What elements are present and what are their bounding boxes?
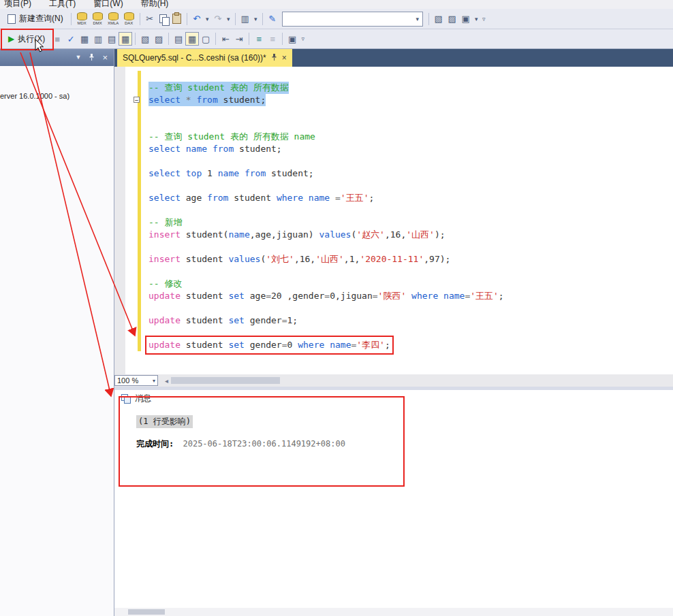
execute-label: 执行(X) [18,33,45,45]
new-query-label: 新建查询(N) [19,13,63,25]
messages-horizontal-scrollbar[interactable] [114,608,673,616]
execute-button[interactable]: ▶ 执行(X) [3,31,50,47]
editor-indicator-margin[interactable] [114,67,125,374]
pin-glyph [271,53,277,61]
analysis-query-dax-button[interactable]: DAX [121,12,137,26]
document-tab[interactable]: SQLQuery5.sql - C...S.ceshi (sa (160))* … [117,49,292,67]
code-line[interactable] [148,118,504,131]
code-lines: -- 查询 student 表的 所有数据select * from stude… [148,82,504,351]
sql-editor[interactable]: -- 查询 student 表的 所有数据select * from stude… [114,67,673,374]
code-line[interactable]: -- 查询 student 表的 所有数据 [148,82,504,94]
analysis-query-mdx-button[interactable]: MDX [74,12,90,26]
object-explorer-panel: ▼ × erver 16.0.1000 - sa) [0,49,114,616]
code-line[interactable]: insert student values('刘七',16,'山西',1,'20… [148,253,504,265]
toolbar-separator [71,13,72,25]
pen-icon[interactable]: ✎ [266,12,279,26]
script-dropdown-icon[interactable]: ▾ [252,12,260,26]
undo-dropdown-icon[interactable]: ▾ [204,12,211,26]
database-cylinder-icon [124,12,134,20]
change-tracking-bar [138,71,141,351]
pin-icon[interactable] [89,53,95,63]
new-query-button[interactable]: 新建查询(N) [3,11,68,27]
redo-icon[interactable]: ↷ [211,12,225,26]
panel-menu-icon[interactable]: ▼ [75,54,81,61]
pin-icon[interactable] [271,53,277,63]
wrench-icon[interactable]: ▨ [445,12,459,26]
template-parameters-icon[interactable]: ▧ [138,32,152,46]
combobox-caret-icon[interactable]: ▾ [413,12,422,26]
object-explorer-titlebar: ▼ × [0,49,114,66]
completion-timestamp: 2025-06-18T23:00:06.1149192+08:00 [183,439,345,449]
code-line[interactable]: -- 修改 [148,278,504,290]
doc-arrow-icon[interactable]: ▧ [432,12,445,26]
execute-play-icon: ▶ [8,34,14,44]
zoom-combobox[interactable]: 100 % ▾ [114,375,158,386]
window-icon[interactable]: ▣ [459,12,473,26]
analysis-query-xmla-button[interactable]: XMLA [106,12,121,26]
indent-icon[interactable]: ⇥ [232,32,246,46]
code-line[interactable] [148,302,504,314]
paste-icon[interactable] [170,12,184,26]
design-query-icon[interactable]: ▨ [152,32,166,46]
code-line[interactable]: select top 1 name from student; [148,167,504,180]
cancel-query-icon[interactable]: ■ [50,32,64,46]
results-to-text-icon[interactable]: ▤ [172,32,185,46]
intellisense-icon[interactable]: ▦ [119,32,132,46]
comment-icon[interactable]: ≡ [252,32,266,46]
fold-collapse-icon[interactable]: − [134,97,140,103]
database-cylinder-icon [108,12,119,20]
copy-icon[interactable] [157,12,170,26]
messages-header[interactable]: 消息 [121,393,151,404]
code-line[interactable] [148,327,504,339]
menu-item-window[interactable]: 窗口(W) [93,0,123,9]
server-node-label[interactable]: erver 16.0.1000 - sa) [0,92,69,100]
uncomment-icon[interactable]: ≡ [266,32,279,46]
toolbar-overflow-icon[interactable]: ▿ [480,12,488,26]
code-line[interactable]: -- 查询 student 表的 所有数据 name [148,131,504,143]
analysis-query-dmx-button[interactable]: DMX [90,12,106,26]
object-explorer-body[interactable]: erver 16.0.1000 - sa) [0,66,114,616]
code-line[interactable] [148,106,504,118]
sqlcmd-mode-icon[interactable]: ▣ [285,32,299,46]
query-toolbar-overflow-icon[interactable]: ▿ [299,32,307,46]
script-icon[interactable]: ▥ [238,12,252,26]
cut-icon[interactable]: ✂ [143,12,157,26]
menu-item-tools[interactable]: 工具(T) [49,0,76,9]
code-line[interactable] [148,265,504,278]
code-line[interactable]: update student set gender=1; [148,314,504,327]
results-to-grid-icon[interactable]: ▦ [185,32,199,46]
code-line[interactable]: select age from student where name ='王五'… [148,192,504,204]
estimated-plan-icon[interactable]: ▦ [78,32,91,46]
code-line[interactable] [148,180,504,192]
code-line[interactable]: select * from student;− [148,94,504,106]
scrollbar-thumb[interactable] [171,377,280,384]
code-line[interactable] [148,241,504,253]
menu-item-help[interactable]: 帮助(H) [141,0,169,9]
code-line[interactable] [148,155,504,167]
menu-item-project[interactable]: 项目(P) [4,0,31,9]
code-line[interactable]: update student set gender=0 where name='… [148,339,504,351]
close-icon[interactable]: × [102,53,108,62]
outdent-icon[interactable]: ⇤ [219,32,232,46]
code-line[interactable]: update student set age=20 ,gender=0,jigu… [148,290,504,302]
code-line[interactable]: insert student(name,age,jiguan) values('… [148,229,504,241]
code-line[interactable]: -- 新增 [148,216,504,229]
parse-icon[interactable]: ✓ [64,32,78,46]
zoom-caret-icon[interactable]: ▾ [153,378,155,384]
results-to-file-icon[interactable]: ▢ [199,32,213,46]
toolbar-separator [140,13,140,25]
window-dropdown-icon[interactable]: ▾ [473,12,480,26]
query-options-icon[interactable]: ▤ [105,32,119,46]
code-line[interactable] [148,204,504,216]
menu-bar: 项目(P) 工具(T) 窗口(W) 帮助(H) [0,0,673,9]
redo-dropdown-icon[interactable]: ▾ [225,12,232,26]
tab-close-icon[interactable]: × [282,54,287,62]
editor-horizontal-scrollbar[interactable]: ◂ [162,374,673,387]
undo-icon[interactable]: ↶ [190,12,204,26]
code-line[interactable]: select name from student; [148,143,504,155]
editor-fold-margin[interactable] [125,67,135,374]
scroll-left-icon[interactable]: ◂ [162,377,171,385]
live-statistics-icon[interactable]: ▥ [91,32,105,46]
scrollbar-thumb[interactable] [128,609,165,615]
toolbar-combobox[interactable]: ▾ [282,12,423,27]
